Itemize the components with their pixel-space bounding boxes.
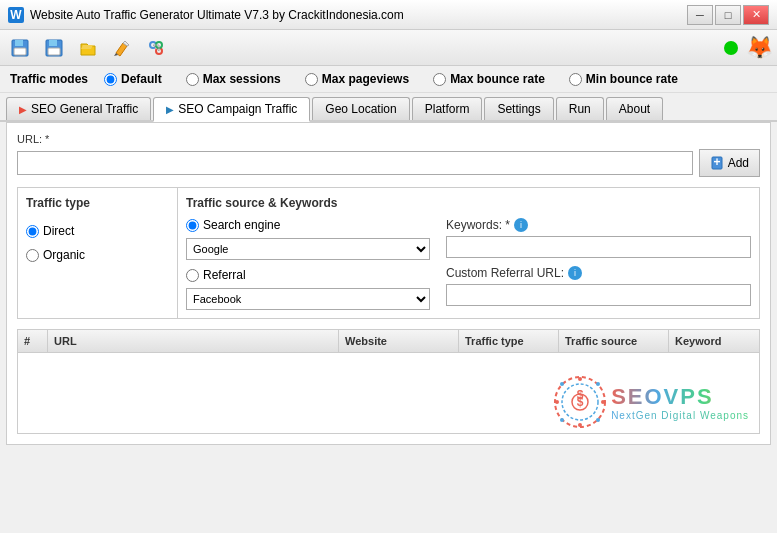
watermark-logo-svg: $ $	[553, 375, 607, 429]
col-traffic-source: Traffic source	[559, 330, 669, 352]
col-hash: #	[18, 330, 48, 352]
play-icon: ▶	[19, 104, 27, 115]
source-search-engine-radio[interactable]: Search engine	[186, 218, 430, 232]
open-button[interactable]	[72, 34, 104, 62]
svg-text:$: $	[577, 395, 584, 409]
custom-referral-label: Custom Referral URL: i	[446, 266, 751, 280]
traffic-source-title: Traffic source & Keywords	[186, 196, 751, 210]
svg-rect-6	[49, 40, 57, 46]
save-as-button[interactable]	[38, 34, 70, 62]
config-panels: Traffic type Direct Organic Traffic sour…	[17, 187, 760, 319]
save-button[interactable]	[4, 34, 36, 62]
app-icon: W	[8, 7, 24, 23]
tab-about[interactable]: About	[606, 97, 663, 120]
col-traffic-type: Traffic type	[459, 330, 559, 352]
watermark-brand: SEOVPS NextGen Digital Weapons	[611, 384, 749, 421]
url-row: + Add	[17, 149, 760, 177]
url-table: # URL Website Traffic type Traffic sourc…	[17, 329, 760, 434]
svg-point-24	[601, 400, 605, 404]
search-engine-select[interactable]: Google Bing Yahoo Yandex	[186, 238, 430, 260]
mode-max-bounce[interactable]: Max bounce rate	[433, 72, 545, 86]
add-icon: +	[710, 156, 724, 170]
referral-select[interactable]: Facebook Twitter Reddit LinkedIn	[186, 288, 430, 310]
main-content: URL: * + Add Traffic type Direct	[6, 122, 771, 445]
maximize-button[interactable]: □	[715, 5, 741, 25]
traffic-type-panel: Traffic type Direct Organic	[18, 188, 178, 318]
tab-run[interactable]: Run	[556, 97, 604, 120]
traffic-modes: Traffic modes Default Max sessions Max p…	[0, 66, 777, 93]
url-label: URL: *	[17, 133, 760, 145]
svg-point-27	[560, 418, 564, 422]
edit-button[interactable]	[106, 34, 138, 62]
svg-rect-7	[48, 48, 60, 55]
title-bar-text: Website Auto Traffic Generator Ultimate …	[30, 8, 687, 22]
svg-point-25	[560, 382, 564, 386]
mode-default[interactable]: Default	[104, 72, 162, 86]
traffic-organic[interactable]: Organic	[26, 248, 169, 262]
fox-icon: 🦊	[746, 35, 773, 61]
svg-rect-3	[15, 40, 23, 46]
table-body: $ $	[18, 353, 759, 433]
traffic-type-title: Traffic type	[26, 196, 169, 210]
tab-bar: ▶ SEO General Traffic ▶ SEO Campaign Tra…	[0, 93, 777, 122]
traffic-type-options: Direct Organic	[26, 218, 169, 268]
col-keyword: Keyword	[669, 330, 759, 352]
links-button[interactable]	[140, 34, 172, 62]
svg-point-21	[578, 377, 582, 381]
source-referral-radio[interactable]: Referral	[186, 268, 430, 282]
svg-text:W: W	[10, 8, 22, 22]
custom-referral-info-icon[interactable]: i	[568, 266, 582, 280]
window-controls: ─ □ ✕	[687, 5, 769, 25]
tab-geo-location[interactable]: Geo Location	[312, 97, 409, 120]
url-section: URL: * + Add	[17, 133, 760, 177]
close-button[interactable]: ✕	[743, 5, 769, 25]
traffic-direct[interactable]: Direct	[26, 224, 169, 238]
svg-point-23	[555, 400, 559, 404]
tab-platform[interactable]: Platform	[412, 97, 483, 120]
svg-point-28	[596, 418, 600, 422]
col-url: URL	[48, 330, 339, 352]
status-indicator	[724, 41, 738, 55]
keywords-label: Keywords: * i	[446, 218, 751, 232]
tab-seo-general[interactable]: ▶ SEO General Traffic	[6, 97, 151, 120]
url-input[interactable]	[17, 151, 693, 175]
mode-max-sessions[interactable]: Max sessions	[186, 72, 281, 86]
custom-referral-input[interactable]	[446, 284, 751, 306]
tab-settings[interactable]: Settings	[484, 97, 553, 120]
table-header: # URL Website Traffic type Traffic sourc…	[18, 330, 759, 353]
mode-min-bounce[interactable]: Min bounce rate	[569, 72, 678, 86]
keywords-section: Keywords: * i Custom Referral URL: i	[446, 218, 751, 310]
referral-section: Referral Facebook Twitter Reddit LinkedI…	[186, 268, 430, 310]
mode-max-pageviews[interactable]: Max pageviews	[305, 72, 409, 86]
traffic-source-panel: Traffic source & Keywords Search engine …	[178, 188, 759, 318]
play-blue-icon: ▶	[166, 104, 174, 115]
minimize-button[interactable]: ─	[687, 5, 713, 25]
keywords-input[interactable]	[446, 236, 751, 258]
toolbar: 🦊	[0, 30, 777, 66]
col-website: Website	[339, 330, 459, 352]
tab-seo-campaign[interactable]: ▶ SEO Campaign Traffic	[153, 97, 310, 122]
svg-point-26	[596, 382, 600, 386]
svg-point-22	[578, 423, 582, 427]
title-bar: W Website Auto Traffic Generator Ultimat…	[0, 0, 777, 30]
watermark: $ $	[553, 375, 749, 429]
traffic-modes-label: Traffic modes	[10, 72, 88, 86]
svg-text:+: +	[713, 156, 720, 169]
svg-rect-4	[14, 48, 26, 55]
source-options: Search engine Google Bing Yahoo Yandex R…	[186, 218, 430, 310]
add-button[interactable]: + Add	[699, 149, 760, 177]
keywords-info-icon[interactable]: i	[514, 218, 528, 232]
